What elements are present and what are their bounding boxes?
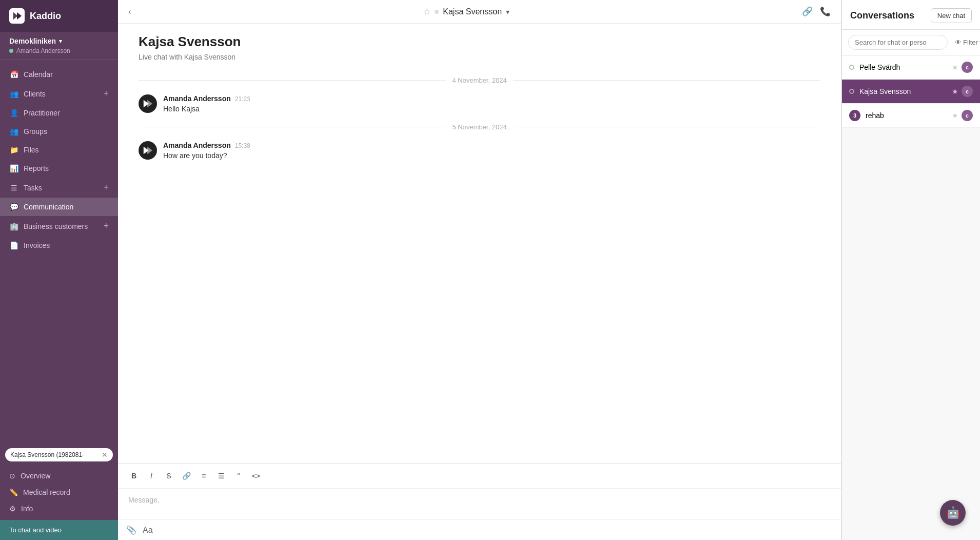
sidebar-item-files[interactable]: 📁 Files bbox=[0, 141, 118, 159]
sidebar-nav: 📅 Calendar 👥 Clients + 👤 Practitioner 👥 … bbox=[0, 60, 118, 445]
sidebar-item-communication[interactable]: 💬 Communication bbox=[0, 198, 118, 216]
editor-toolbar: B I S 🔗 ≡ ☰ " <> bbox=[118, 464, 841, 489]
header-chevron-icon[interactable]: ▾ bbox=[506, 8, 509, 16]
header-star-icon[interactable]: ☆ bbox=[423, 7, 430, 16]
quote-button[interactable]: " bbox=[231, 469, 246, 483]
reports-icon: 📊 bbox=[9, 164, 18, 173]
conv-item-rehab[interactable]: 3 rehab ★ c bbox=[842, 104, 980, 128]
message-content-1: Amanda Andersson 21:23 Hello Kajsa bbox=[163, 94, 250, 113]
conv-actions-kajsa: ★ c bbox=[952, 86, 973, 97]
clinic-chevron-icon: ▾ bbox=[59, 38, 62, 45]
sidebar: Kaddio Demokliniken ▾ Amanda Andersson 📅… bbox=[0, 0, 118, 540]
message-row-1: Amanda Andersson 21:23 Hello Kajsa bbox=[139, 94, 820, 113]
editor-footer: 📎 Aa bbox=[118, 519, 841, 540]
message-content-2: Amanda Andersson 15:38 How are you today… bbox=[163, 141, 250, 160]
conv-item-kajsa[interactable]: Kajsa Svensson ★ c bbox=[842, 80, 980, 104]
search-input[interactable] bbox=[848, 35, 948, 50]
svg-marker-5 bbox=[147, 147, 152, 155]
conversations-header: Conversations New chat bbox=[842, 0, 980, 30]
chatbot-icon: 🤖 bbox=[946, 506, 960, 519]
overview-icon: ⊙ bbox=[9, 472, 15, 480]
attachment-button[interactable]: 📎 bbox=[126, 525, 136, 535]
clinic-section: Demokliniken ▾ Amanda Andersson bbox=[0, 32, 118, 60]
info-icon: ⚙ bbox=[9, 505, 16, 513]
sidebar-item-medical-record[interactable]: ✏️ Medical record bbox=[0, 484, 118, 500]
conv-star-kajsa[interactable]: ★ bbox=[952, 87, 958, 95]
italic-button[interactable]: I bbox=[144, 469, 159, 483]
user-status-dot bbox=[9, 49, 13, 53]
message-text-2: How are you today? bbox=[163, 151, 250, 160]
app-name: Kaddio bbox=[30, 11, 61, 22]
chat-subtitle: Live chat with Kajsa Svensson bbox=[139, 53, 820, 61]
font-button[interactable]: Aa bbox=[143, 526, 153, 535]
avatar-2 bbox=[139, 141, 157, 160]
message-row-2: Amanda Andersson 15:38 How are you today… bbox=[139, 141, 820, 160]
sidebar-item-overview[interactable]: ⊙ Overview bbox=[0, 468, 118, 484]
strikethrough-button[interactable]: S bbox=[161, 469, 177, 483]
header-icons: 🔗 📞 bbox=[802, 6, 831, 17]
sidebar-item-invoices[interactable]: 📄 Invoices bbox=[0, 236, 118, 255]
main-content: ‹ ☆ Kajsa Svensson ▾ 🔗 📞 Kajsa Svensson … bbox=[118, 0, 841, 540]
clients-add-icon[interactable]: + bbox=[103, 88, 109, 99]
link-icon[interactable]: 🔗 bbox=[802, 6, 813, 17]
chatbot-fab[interactable]: 🤖 bbox=[940, 500, 966, 526]
svg-marker-3 bbox=[147, 100, 152, 108]
tasks-add-icon[interactable]: + bbox=[103, 182, 109, 193]
conv-star-pelle[interactable]: ★ bbox=[952, 63, 958, 71]
sidebar-item-business-customers[interactable]: 🏢 Business customers + bbox=[0, 216, 118, 236]
client-tag: Kajsa Svensson (1982081· ✕ bbox=[5, 448, 113, 461]
conversations-panel: Conversations New chat 👁 Filter ▾ Pelle … bbox=[841, 0, 980, 540]
sidebar-item-tasks[interactable]: ☰ Tasks + bbox=[0, 178, 118, 198]
sidebar-item-practitioner[interactable]: 👤 Practitioner bbox=[0, 104, 118, 122]
link-toolbar-button[interactable]: 🔗 bbox=[179, 469, 194, 483]
conv-actions-rehab: ★ c bbox=[952, 110, 973, 121]
sidebar-item-calendar[interactable]: 📅 Calendar bbox=[0, 65, 118, 84]
conv-avatar-pelle: c bbox=[962, 62, 973, 73]
conv-actions-pelle: ★ c bbox=[952, 62, 973, 73]
practitioner-icon: 👤 bbox=[9, 108, 18, 118]
conversations-title: Conversations bbox=[850, 10, 914, 21]
date-divider-1: 4 November, 2024 bbox=[139, 76, 820, 84]
sidebar-item-reports[interactable]: 📊 Reports bbox=[0, 159, 118, 178]
conv-badge-rehab: 3 bbox=[849, 110, 860, 121]
message-placeholder: Message. bbox=[128, 496, 160, 504]
business-add-icon[interactable]: + bbox=[103, 221, 109, 232]
conversation-list: Pelle Svärdh ★ c Kajsa Svensson ★ c 3 re… bbox=[842, 55, 980, 540]
filter-button[interactable]: 👁 Filter ▾ bbox=[951, 36, 980, 49]
sender-line-1: Amanda Andersson 21:23 bbox=[163, 94, 250, 103]
code-button[interactable]: <> bbox=[248, 469, 264, 483]
files-icon: 📁 bbox=[9, 145, 18, 155]
unordered-list-button[interactable]: ☰ bbox=[213, 469, 229, 483]
svg-marker-1 bbox=[17, 12, 22, 20]
sidebar-sub-nav: ⊙ Overview ✏️ Medical record ⚙ Info bbox=[0, 465, 118, 520]
date-divider-2: 5 November, 2024 bbox=[139, 123, 820, 131]
teal-section[interactable]: To chat and video bbox=[0, 520, 118, 540]
clients-icon: 👥 bbox=[9, 89, 18, 99]
chat-header: ‹ ☆ Kajsa Svensson ▾ 🔗 📞 bbox=[118, 0, 841, 24]
new-chat-button[interactable]: New chat bbox=[931, 8, 972, 23]
ordered-list-button[interactable]: ≡ bbox=[196, 469, 211, 483]
invoices-icon: 📄 bbox=[9, 241, 18, 250]
sidebar-item-info[interactable]: ⚙ Info bbox=[0, 500, 118, 517]
conv-avatar-rehab: c bbox=[962, 110, 973, 121]
phone-icon[interactable]: 📞 bbox=[820, 6, 831, 17]
communication-icon: 💬 bbox=[9, 202, 18, 211]
conv-item-pelle[interactable]: Pelle Svärdh ★ c bbox=[842, 55, 980, 80]
groups-icon: 👥 bbox=[9, 127, 18, 136]
message-text-1: Hello Kajsa bbox=[163, 105, 250, 113]
sidebar-item-groups[interactable]: 👥 Groups bbox=[0, 122, 118, 141]
medical-record-icon: ✏️ bbox=[9, 488, 18, 496]
clinic-name[interactable]: Demokliniken ▾ bbox=[9, 37, 109, 45]
eye-icon: 👁 bbox=[955, 38, 962, 46]
message-input[interactable]: Message. bbox=[118, 489, 841, 519]
header-status-dot bbox=[435, 10, 439, 14]
sidebar-logo[interactable]: Kaddio bbox=[0, 0, 118, 32]
sidebar-item-clients[interactable]: 👥 Clients + bbox=[0, 84, 118, 104]
conv-dot-kajsa bbox=[849, 89, 854, 94]
back-button[interactable]: ‹ bbox=[128, 7, 131, 16]
chat-body: Kajsa Svensson Live chat with Kajsa Sven… bbox=[118, 24, 841, 463]
editor-container: B I S 🔗 ≡ ☰ " <> Message. 📎 Aa bbox=[118, 463, 841, 540]
client-tag-close[interactable]: ✕ bbox=[102, 451, 108, 459]
conv-star-rehab[interactable]: ★ bbox=[952, 111, 958, 120]
bold-button[interactable]: B bbox=[126, 469, 142, 483]
